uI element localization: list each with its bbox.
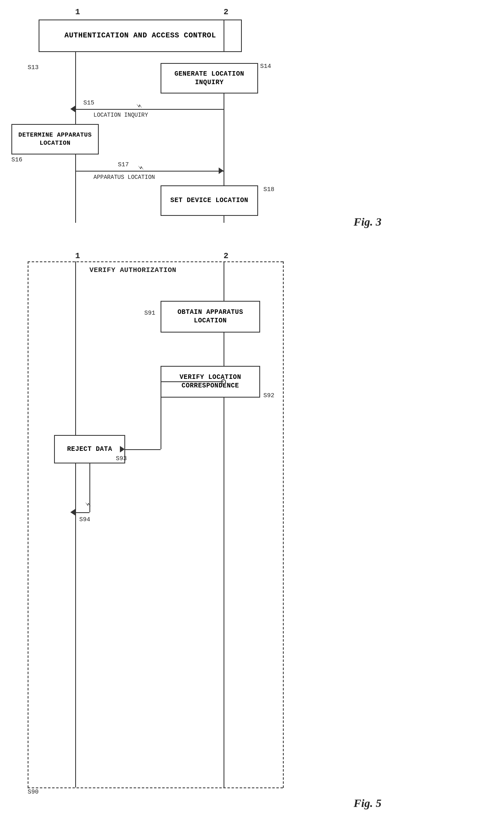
fig5-vline-col2	[224, 261, 224, 787]
verify-to-reject-hline	[125, 449, 161, 450]
s93-label: S93	[116, 455, 127, 462]
verify-to-reject-vline	[161, 398, 161, 449]
location-inquiry-arrow	[70, 106, 75, 112]
s90-label: S90	[28, 789, 39, 796]
location-inquiry-text: LOCATION INQUIRY	[93, 112, 148, 118]
s15-label: S15	[83, 100, 94, 107]
obtain-apparatus-box: OBTAIN APPARATUS LOCATION	[161, 301, 260, 333]
apparatus-location-arrow	[219, 167, 224, 174]
reject-data-arrow-in	[120, 446, 125, 452]
s17-label: S17	[118, 161, 129, 168]
fig5-col2-label: 2	[224, 251, 228, 261]
diagram-container: 1 2 AUTHENTICATION AND ACCESS CONTROL S1…	[0, 0, 504, 822]
s18-label: S18	[263, 186, 274, 193]
apparatus-location-text: APPARATUS LOCATION	[93, 174, 155, 180]
reject-data-box: REJECT DATA	[54, 435, 125, 463]
apparatus-location-zigzag: ⚡	[136, 165, 146, 170]
branch-to-verify-line	[161, 381, 224, 382]
dashed-bottom	[28, 787, 283, 788]
fig3-vline-col2	[224, 20, 224, 52]
fig3-vline-col2-end	[224, 216, 224, 223]
s14-label: S14	[260, 63, 271, 70]
s91-label: S91	[144, 310, 155, 317]
fig3-label: Fig. 3	[354, 215, 381, 228]
fig5-col1-label: 1	[75, 251, 80, 261]
col1-arrow-left	[70, 509, 75, 515]
set-device-box: SET DEVICE LOCATION	[161, 185, 258, 216]
s13-label: S13	[28, 64, 39, 71]
auth-box: AUTHENTICATION AND ACCESS CONTROL	[39, 20, 242, 52]
fig5-label: Fig. 5	[354, 797, 381, 810]
gen-location-box: GENERATE LOCATION INQUIRY	[161, 63, 258, 94]
location-inquiry-line	[75, 109, 224, 110]
fig3-col1-label: 1	[75, 7, 80, 17]
verify-auth-label: VERIFY AUTHORIZATION	[89, 266, 176, 274]
dashed-top	[28, 261, 283, 262]
s94-label: S94	[79, 516, 90, 523]
s92-label: S92	[263, 392, 274, 399]
fig5-vline-col1	[75, 261, 76, 787]
reject-to-col1-hline	[75, 512, 89, 513]
apparatus-location-line	[75, 171, 224, 172]
fig3-vline-col1-end	[75, 154, 76, 223]
location-inquiry-zigzag: ⚡	[134, 103, 144, 108]
reject-zigzag: ⚡	[83, 502, 93, 507]
dashed-left	[28, 261, 28, 788]
fig3-col2-label: 2	[224, 7, 228, 17]
det-apparatus-box: DETERMINE APPARATUS LOCATION	[11, 124, 99, 154]
s16-label: S16	[11, 157, 22, 163]
dashed-right	[283, 261, 284, 788]
